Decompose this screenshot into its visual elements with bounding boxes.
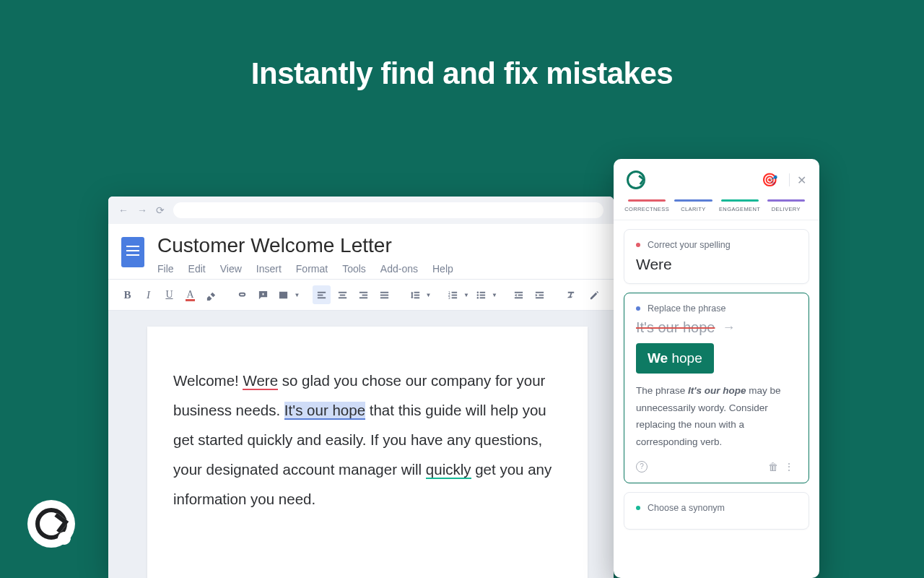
goals-icon[interactable]: 🎯 <box>762 172 777 188</box>
svg-rect-14 <box>414 297 419 298</box>
suggestion-card-synonym[interactable]: Choose a synonym <box>624 492 809 530</box>
menu-file[interactable]: File <box>157 263 174 275</box>
edit-mode-button[interactable] <box>585 285 603 304</box>
bold-button[interactable]: B <box>118 285 136 304</box>
numbered-list-button[interactable]: 123 <box>444 285 462 304</box>
google-docs-icon <box>121 237 144 267</box>
svg-rect-4 <box>340 294 346 296</box>
grammarly-logo-icon <box>627 171 645 189</box>
google-docs-window: ← → ⟳ Customer Welcome Letter File Edit … <box>108 197 614 578</box>
back-icon[interactable]: ← <box>118 204 128 216</box>
indent-increase-button[interactable] <box>531 285 549 304</box>
svg-rect-30 <box>536 291 544 293</box>
tab-clarity[interactable]: CLARITY <box>670 199 716 212</box>
svg-rect-22 <box>480 294 486 296</box>
card-title: Correct your spelling <box>648 240 731 250</box>
align-center-button[interactable] <box>334 285 352 304</box>
clear-formatting-button[interactable] <box>562 285 580 304</box>
italic-button[interactable]: I <box>139 285 157 304</box>
address-bar[interactable] <box>173 202 603 218</box>
engagement-underline[interactable]: quickly <box>426 461 471 479</box>
svg-point-26 <box>477 297 479 298</box>
menu-insert[interactable]: Insert <box>256 263 282 275</box>
browser-chrome: ← → ⟳ <box>108 197 614 224</box>
tab-delivery[interactable]: DELIVERY <box>763 199 809 212</box>
menu-addons[interactable]: Add-ons <box>380 263 418 275</box>
bulleted-list-button[interactable] <box>472 285 490 304</box>
suggestion-card-spelling[interactable]: Correct your spelling Were <box>624 229 809 284</box>
svg-rect-32 <box>536 297 544 298</box>
text-color-button[interactable]: A <box>181 285 199 304</box>
svg-rect-9 <box>380 291 388 293</box>
apply-suggestion-button[interactable]: We hope <box>636 343 714 374</box>
page-headline: Instantly find and fix mistakes <box>0 0 924 91</box>
clarity-highlight[interactable]: It's our hope <box>284 402 365 420</box>
svg-rect-5 <box>339 297 346 298</box>
svg-rect-17 <box>452 297 458 298</box>
link-button[interactable] <box>233 285 251 304</box>
svg-rect-10 <box>380 294 388 296</box>
card-title: Choose a synonym <box>648 503 725 513</box>
document-page[interactable]: Welcome! Were so glad you chose our comp… <box>147 327 588 578</box>
svg-rect-11 <box>380 297 388 298</box>
original-phrase: It's our hope <box>636 319 715 336</box>
forward-icon[interactable]: → <box>137 204 147 216</box>
menu-format[interactable]: Format <box>296 263 328 275</box>
svg-rect-8 <box>359 297 367 298</box>
align-left-button[interactable] <box>313 285 331 304</box>
card-description: The phrase It's our hope may be unnecess… <box>636 382 797 451</box>
tab-engagement[interactable]: ENGAGEMENT <box>717 199 763 212</box>
menu-view[interactable]: View <box>220 263 242 275</box>
svg-rect-15 <box>452 291 458 293</box>
grammarly-panel: 🎯 ✕ CORRECTNESS CLARITY ENGAGEMENT DELIV… <box>614 159 819 578</box>
svg-rect-2 <box>318 297 326 298</box>
clarity-dot-icon <box>636 306 640 311</box>
text-segment: Welcome! <box>173 372 243 389</box>
svg-rect-21 <box>480 291 486 293</box>
align-right-button[interactable] <box>354 285 372 304</box>
more-icon[interactable]: ⋮ <box>781 461 797 473</box>
image-button[interactable] <box>275 285 293 304</box>
reload-icon[interactable]: ⟳ <box>156 204 165 216</box>
menu-help[interactable]: Help <box>432 263 453 275</box>
line-spacing-button[interactable] <box>406 285 424 304</box>
document-body[interactable]: Welcome! Were so glad you chose our comp… <box>173 366 553 514</box>
svg-rect-1 <box>318 294 323 296</box>
suggestion-card-clarity[interactable]: Replace the phrase It's our hope → We ho… <box>624 293 809 483</box>
svg-text:3: 3 <box>448 296 450 300</box>
menu-tools[interactable]: Tools <box>342 263 366 275</box>
align-justify-button[interactable] <box>375 285 393 304</box>
svg-rect-28 <box>518 294 523 296</box>
svg-rect-29 <box>515 297 523 298</box>
help-icon[interactable]: ? <box>636 461 648 473</box>
underline-button[interactable]: U <box>160 285 178 304</box>
correctness-dot-icon <box>636 243 640 247</box>
docs-toolbar: B I U A ▼ ▼ 123▼ ▼ <box>108 279 614 311</box>
arrow-right-icon: → <box>722 320 735 335</box>
comment-button[interactable] <box>254 285 272 304</box>
close-icon[interactable]: ✕ <box>797 173 806 187</box>
menu-edit[interactable]: Edit <box>188 263 206 275</box>
highlight-button[interactable] <box>202 285 220 304</box>
category-tabs: CORRECTNESS CLARITY ENGAGEMENT DELIVERY <box>614 195 819 220</box>
indent-decrease-button[interactable] <box>510 285 528 304</box>
svg-rect-6 <box>359 291 367 293</box>
spelling-error[interactable]: Were <box>243 372 278 390</box>
svg-rect-16 <box>452 294 458 296</box>
engagement-dot-icon <box>636 506 640 510</box>
document-title[interactable]: Customer Welcome Letter <box>157 234 601 257</box>
card-value: Were <box>636 256 797 273</box>
trash-icon[interactable]: 🗑 <box>765 461 781 473</box>
svg-rect-23 <box>480 297 486 298</box>
svg-rect-27 <box>515 291 523 293</box>
svg-rect-13 <box>414 294 419 296</box>
card-title: Replace the phrase <box>648 303 725 314</box>
svg-point-24 <box>477 291 479 293</box>
svg-rect-7 <box>362 294 368 296</box>
grammarly-floating-icon[interactable] <box>27 500 75 548</box>
docs-menu-bar: File Edit View Insert Format Tools Add-o… <box>157 263 601 275</box>
svg-point-25 <box>477 294 479 296</box>
svg-rect-31 <box>539 294 544 296</box>
tab-correctness[interactable]: CORRECTNESS <box>624 199 670 212</box>
svg-rect-0 <box>318 291 326 293</box>
